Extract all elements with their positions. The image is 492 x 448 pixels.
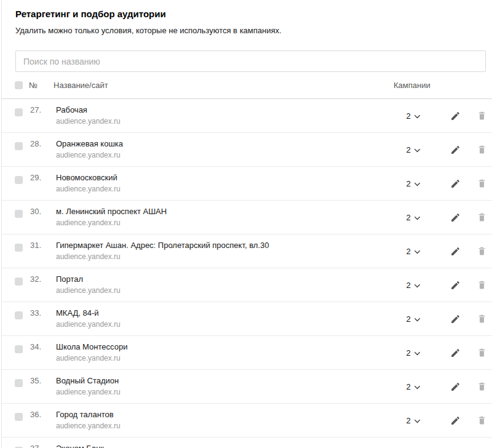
table-body: 27. Рабочая audience.yandex.ru 2 28. (2, 99, 492, 448)
campaigns-count: 2 (406, 179, 410, 188)
row-checkbox[interactable] (15, 345, 23, 353)
row-checkbox[interactable] (15, 413, 23, 421)
row-checkbox[interactable] (15, 142, 23, 150)
chevron-down-icon (414, 148, 421, 153)
chevron-down-icon (414, 284, 421, 288)
delete-button[interactable] (475, 313, 488, 325)
delete-button[interactable] (475, 346, 488, 359)
row-title-block: Рабочая audience.yandex.ru (56, 105, 369, 126)
row-site: audience.yandex.ru (56, 387, 369, 397)
edit-button[interactable] (449, 245, 461, 257)
chevron-down-icon (414, 351, 421, 356)
table-header-row: № Название/сайт Кампании (2, 72, 492, 99)
campaigns-count: 2 (406, 382, 410, 391)
page-header: Ретаргетинг и подбор аудитории Удалить м… (2, 0, 492, 72)
row-site: audience.yandex.ru (56, 150, 369, 160)
table-row: 37. Эконом Банк audience.yandex.ru 2 (2, 438, 492, 448)
edit-button[interactable] (449, 279, 461, 291)
row-checkbox[interactable] (15, 176, 23, 184)
edit-button[interactable] (449, 414, 461, 426)
row-title-block: Эконом Банк audience.yandex.ru (56, 443, 369, 448)
campaigns-dropdown[interactable]: 2 (394, 438, 432, 448)
page-subtitle: Удалить можно только условия, которые не… (15, 26, 486, 35)
row-site: audience.yandex.ru (56, 421, 369, 431)
row-number: 36. (30, 409, 50, 420)
campaigns-dropdown[interactable]: 2 (394, 201, 432, 234)
row-number: 37. (30, 443, 50, 448)
edit-button[interactable] (449, 177, 461, 190)
search-input[interactable] (15, 50, 486, 72)
delete-button[interactable] (475, 211, 488, 223)
row-checkbox[interactable] (15, 278, 23, 286)
row-name: Эконом Банк (56, 443, 369, 448)
row-checkbox[interactable] (15, 244, 23, 252)
trash-icon (477, 313, 487, 324)
table-row: 33. МКАД, 84-й audience.yandex.ru 2 (2, 302, 492, 336)
row-number: 31. (30, 240, 50, 250)
select-all-checkbox[interactable] (15, 81, 23, 89)
campaigns-dropdown[interactable]: 2 (394, 99, 432, 132)
page-title: Ретаргетинг и подбор аудитории (15, 9, 486, 19)
table-row: 36. Город талантов audience.yandex.ru 2 (2, 404, 492, 438)
campaigns-dropdown[interactable]: 2 (394, 370, 432, 403)
column-header-name: Название/сайт (54, 81, 108, 90)
trash-icon (477, 246, 487, 257)
delete-button[interactable] (475, 279, 488, 291)
delete-button[interactable] (475, 245, 488, 257)
pencil-icon (450, 178, 461, 189)
trash-icon (477, 212, 487, 223)
row-number: 32. (30, 274, 50, 284)
chevron-down-icon (414, 419, 421, 423)
row-site: audience.yandex.ru (56, 184, 369, 194)
pencil-icon (450, 280, 461, 290)
edit-button[interactable] (449, 380, 461, 393)
campaigns-dropdown[interactable]: 2 (394, 268, 432, 302)
delete-button[interactable] (475, 414, 488, 426)
row-name: Водный Стадион (56, 375, 369, 386)
table-row: 34. Школа Монтессори audience.yandex.ru … (2, 336, 492, 370)
row-checkbox[interactable] (15, 379, 23, 387)
row-title-block: Новомосковский audience.yandex.ru (56, 172, 369, 194)
delete-button[interactable] (475, 143, 488, 156)
delete-button[interactable] (475, 177, 488, 190)
row-title-block: м. Ленинский проспект АШАН audience.yand… (56, 206, 369, 228)
row-name: Гипермаркет Ашан. Адрес: Пролетарский пр… (56, 240, 369, 250)
row-number: 29. (30, 172, 50, 183)
delete-button[interactable] (475, 110, 488, 122)
campaigns-dropdown[interactable]: 2 (394, 404, 432, 437)
pencil-icon (450, 314, 461, 324)
campaigns-dropdown[interactable]: 2 (394, 302, 432, 335)
row-name: Портал (56, 274, 369, 284)
row-checkbox[interactable] (15, 311, 23, 319)
edit-button[interactable] (449, 143, 461, 156)
campaigns-dropdown[interactable]: 2 (394, 167, 432, 200)
edit-button[interactable] (449, 346, 461, 359)
delete-button[interactable] (475, 380, 488, 393)
pencil-icon (450, 246, 461, 257)
edit-button[interactable] (449, 313, 461, 325)
trash-icon (477, 178, 487, 189)
table-row: 28. Оранжевая кошка audience.yandex.ru 2 (2, 133, 492, 167)
row-name: Рабочая (56, 105, 369, 115)
campaigns-count: 2 (406, 213, 410, 222)
campaigns-dropdown[interactable]: 2 (394, 336, 432, 369)
row-checkbox[interactable] (15, 210, 23, 218)
table-row: 35. Водный Стадион audience.yandex.ru 2 (2, 370, 492, 404)
row-title-block: Оранжевая кошка audience.yandex.ru (56, 138, 369, 160)
row-site: audience.yandex.ru (56, 319, 369, 329)
row-title-block: Водный Стадион audience.yandex.ru (56, 375, 369, 397)
row-number: 34. (30, 342, 50, 352)
row-title-block: Школа Монтессори audience.yandex.ru (56, 342, 369, 363)
campaigns-dropdown[interactable]: 2 (394, 133, 432, 166)
row-site: audience.yandex.ru (56, 286, 369, 295)
row-number: 35. (30, 375, 50, 386)
campaigns-count: 2 (406, 348, 410, 358)
retargeting-panel: Ретаргетинг и подбор аудитории Удалить м… (2, 0, 492, 448)
edit-button[interactable] (449, 110, 461, 122)
row-name: Город талантов (56, 409, 369, 420)
trash-icon (477, 381, 487, 392)
campaigns-dropdown[interactable]: 2 (394, 234, 432, 268)
chevron-down-icon (414, 318, 421, 322)
row-checkbox[interactable] (15, 108, 23, 116)
edit-button[interactable] (449, 211, 461, 223)
